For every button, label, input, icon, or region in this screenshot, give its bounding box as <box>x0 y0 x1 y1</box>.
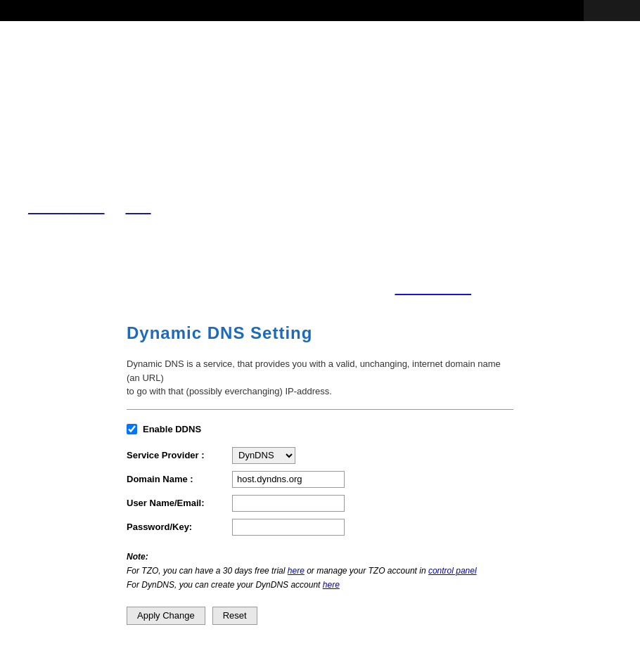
top-bar <box>0 0 640 21</box>
domain-name-input[interactable] <box>232 471 345 488</box>
service-provider-select[interactable]: DynDNS TZO <box>232 447 295 464</box>
apply-change-button[interactable]: Apply Change <box>127 607 205 625</box>
reset-button[interactable]: Reset <box>212 607 257 625</box>
dyndns-create-link[interactable]: here <box>323 580 340 590</box>
username-label: User Name/Email: <box>127 498 232 508</box>
secondary-nav-link[interactable]: _______________ <box>395 285 471 295</box>
description-line1: Dynamic DNS is a service, that provides … <box>127 357 513 399</box>
nav-link-1[interactable]: _______________ <box>28 204 104 214</box>
domain-name-label: Domain Name : <box>127 474 232 484</box>
service-provider-label: Service Provider : <box>127 450 232 460</box>
tzo-trial-link[interactable]: here <box>288 566 305 576</box>
username-input[interactable] <box>232 495 345 512</box>
note-line2-pre: For DynDNS, you can create your DynDNS a… <box>127 580 323 590</box>
note-line1-pre: For TZO, you can have a 30 days free tri… <box>127 566 288 576</box>
enable-ddns-checkbox[interactable] <box>127 424 137 434</box>
page-title: Dynamic DNS Setting <box>127 323 513 343</box>
password-input[interactable] <box>232 519 345 536</box>
enable-ddns-label: Enable DDNS <box>143 424 201 434</box>
section-divider <box>127 409 513 410</box>
password-label: Password/Key: <box>127 522 232 532</box>
nav-link-2[interactable]: _____ <box>125 204 151 214</box>
top-bar-right <box>584 0 640 21</box>
note-line1-mid: or manage your TZO account in <box>305 566 428 576</box>
note-label: Note: <box>127 552 148 562</box>
tzo-control-panel-link[interactable]: control panel <box>428 566 477 576</box>
note-section: Note: For TZO, you can have a 30 days fr… <box>127 550 513 593</box>
